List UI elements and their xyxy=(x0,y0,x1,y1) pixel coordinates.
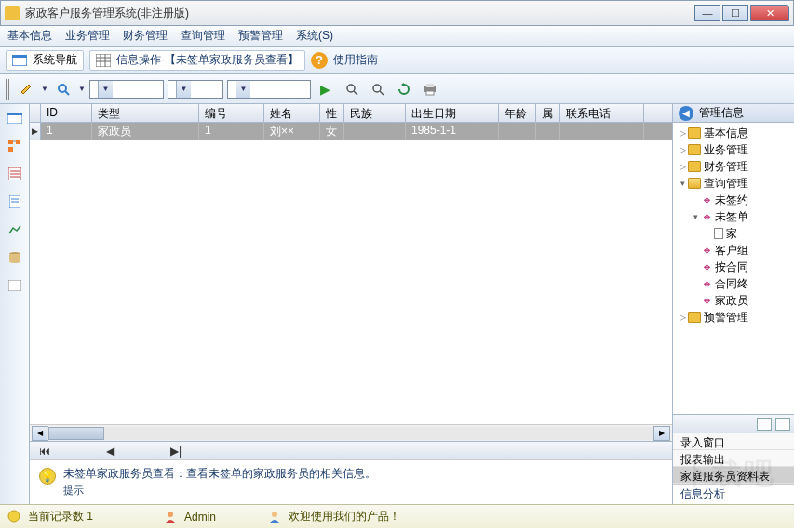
tree-item[interactable]: ❖家政员 xyxy=(673,292,794,309)
refresh-button[interactable] xyxy=(393,79,415,100)
view-blank-icon[interactable] xyxy=(5,275,25,296)
records-icon xyxy=(7,510,22,525)
filter-combo-2[interactable]: ▼ xyxy=(168,80,223,99)
view-doc-icon[interactable] xyxy=(5,192,25,212)
tree-item[interactable]: ▾❖未签单 xyxy=(673,208,794,225)
right-footer[interactable]: 信息分析 xyxy=(673,484,794,504)
column-header[interactable]: 年龄 xyxy=(499,104,536,122)
view-window-icon[interactable] xyxy=(5,108,25,128)
menu-item[interactable]: 系统(S) xyxy=(296,28,333,44)
right-tab-item[interactable]: 录入窗口 xyxy=(673,433,794,450)
tree-expander[interactable]: ▷ xyxy=(677,313,688,322)
tree-item[interactable]: ▷预警管理 xyxy=(673,309,794,326)
column-header[interactable]: 联系电话 xyxy=(560,104,644,122)
column-header[interactable]: 属 xyxy=(536,104,560,122)
scroll-thumb[interactable] xyxy=(48,427,104,440)
tree-label: 查询管理 xyxy=(704,176,748,192)
run-button[interactable]: ▶ xyxy=(315,79,337,100)
scroll-right-button[interactable]: ▶ xyxy=(653,426,670,441)
column-header[interactable]: 编号 xyxy=(199,104,264,122)
management-tree[interactable]: ▷基本信息▷业务管理▷财务管理▾查询管理❖未签约▾❖未签单家❖客户组❖按合同❖合… xyxy=(673,123,794,414)
tab-mini-icon[interactable] xyxy=(757,418,772,431)
view-chart-icon[interactable] xyxy=(5,219,25,240)
menu-item[interactable]: 基本信息 xyxy=(7,28,52,44)
svg-rect-19 xyxy=(16,140,20,144)
right-panel-header: ◀ 管理信息 xyxy=(673,104,794,123)
svg-rect-1 xyxy=(12,55,27,58)
view-data-icon[interactable] xyxy=(5,247,25,268)
column-header[interactable]: 姓名 xyxy=(264,104,320,122)
column-header[interactable]: 民族 xyxy=(344,104,406,122)
toolbar-grip xyxy=(6,79,11,100)
table-cell xyxy=(344,123,406,140)
tree-expander[interactable]: ▾ xyxy=(690,212,701,221)
print-button[interactable] xyxy=(419,79,441,100)
tree-expander[interactable]: ▷ xyxy=(677,162,688,171)
svg-rect-17 xyxy=(7,113,22,115)
tree-item[interactable]: ❖合同终 xyxy=(673,275,794,292)
column-header[interactable]: ID xyxy=(41,104,92,122)
tree-item[interactable]: ▾查询管理 xyxy=(673,175,794,192)
close-button[interactable]: ✕ xyxy=(750,5,789,21)
tree-item[interactable]: ▷基本信息 xyxy=(673,125,794,141)
tree-label: 家政员 xyxy=(715,293,748,309)
tree-expander[interactable]: ▷ xyxy=(677,145,688,154)
minimize-button[interactable]: — xyxy=(694,5,720,21)
table-row[interactable]: ▶1家政员1刘××女1985-1-1 xyxy=(30,123,672,140)
tree-expander[interactable]: ▾ xyxy=(677,179,688,188)
titlebar: 家政客户服务管理系统(非注册版) — ☐ ✕ xyxy=(0,0,794,26)
table-cell: 家政员 xyxy=(92,123,199,140)
filter-combo-3[interactable]: ▼ xyxy=(227,80,311,99)
leaf-icon: ❖ xyxy=(701,295,712,306)
info-operation-label: 信息操作-【未签单家政服务员查看】 xyxy=(116,52,299,68)
column-header[interactable]: 类型 xyxy=(92,104,199,122)
system-nav-button[interactable]: 系统导航 xyxy=(6,50,84,71)
menu-item[interactable]: 业务管理 xyxy=(65,28,110,44)
edit-button[interactable] xyxy=(15,79,37,100)
filter-combo-1[interactable]: ▼ xyxy=(89,80,164,99)
right-tab-item[interactable]: 报表输出 xyxy=(673,450,794,467)
tree-item[interactable]: ▷业务管理 xyxy=(673,141,794,158)
column-header[interactable]: 性 xyxy=(320,104,344,122)
svg-rect-20 xyxy=(8,147,13,152)
nav-next-button[interactable]: ▶| xyxy=(170,445,182,458)
column-header[interactable]: 出生日期 xyxy=(406,104,499,122)
tree-label: 未签单 xyxy=(715,209,748,225)
tree-item[interactable]: ❖未签约 xyxy=(673,192,794,208)
folder-icon xyxy=(688,161,701,172)
toolbar-edit: ▼ ▼ ▼ ▼ ▼ ▶ xyxy=(0,74,794,104)
table-cell: 1 xyxy=(41,123,92,140)
tree-item[interactable]: 家 xyxy=(673,225,794,242)
tree-item[interactable]: ❖按合同 xyxy=(673,259,794,275)
view-list-icon[interactable] xyxy=(5,164,25,184)
nav-prev-button[interactable]: ◀ xyxy=(106,445,114,458)
find-next-button[interactable] xyxy=(367,79,389,100)
toolbar-main: 系统导航 信息操作-【未签单家政服务员查看】 ? 使用指南 xyxy=(0,47,794,74)
row-indicator: ▶ xyxy=(30,123,41,140)
menu-item[interactable]: 预警管理 xyxy=(238,28,283,44)
search-button[interactable] xyxy=(52,79,74,100)
tree-item[interactable]: ▷财务管理 xyxy=(673,158,794,175)
nav-first-button[interactable]: ⏮ xyxy=(39,445,50,458)
leaf-icon: ❖ xyxy=(701,211,712,222)
leaf-icon: ❖ xyxy=(701,194,712,206)
left-iconbar xyxy=(0,104,30,504)
table-cell: 1985-1-1 xyxy=(406,123,499,140)
horizontal-scrollbar[interactable]: ◀ ▶ xyxy=(30,424,672,441)
menu-item[interactable]: 查询管理 xyxy=(181,28,225,44)
center-panel: ID类型编号姓名性民族出生日期年龄属联系电话 ▶1家政员1刘××女1985-1-… xyxy=(30,104,673,504)
tree-label: 客户组 xyxy=(715,243,748,259)
svg-point-7 xyxy=(59,85,66,92)
svg-point-9 xyxy=(347,85,355,92)
tree-expander[interactable]: ▷ xyxy=(677,128,688,138)
find-button[interactable] xyxy=(341,79,363,100)
tab-mini-icon[interactable] xyxy=(775,418,790,431)
view-tree-icon[interactable] xyxy=(5,136,25,156)
menu-item[interactable]: 财务管理 xyxy=(123,28,168,44)
right-tab-item[interactable]: 家庭服务员资料表 xyxy=(673,467,794,484)
maximize-button[interactable]: ☐ xyxy=(722,5,748,21)
table-cell xyxy=(560,123,644,140)
data-grid[interactable]: ID类型编号姓名性民族出生日期年龄属联系电话 ▶1家政员1刘××女1985-1-… xyxy=(30,104,672,424)
help-icon[interactable]: ? xyxy=(311,52,328,69)
tree-item[interactable]: ❖客户组 xyxy=(673,242,794,259)
